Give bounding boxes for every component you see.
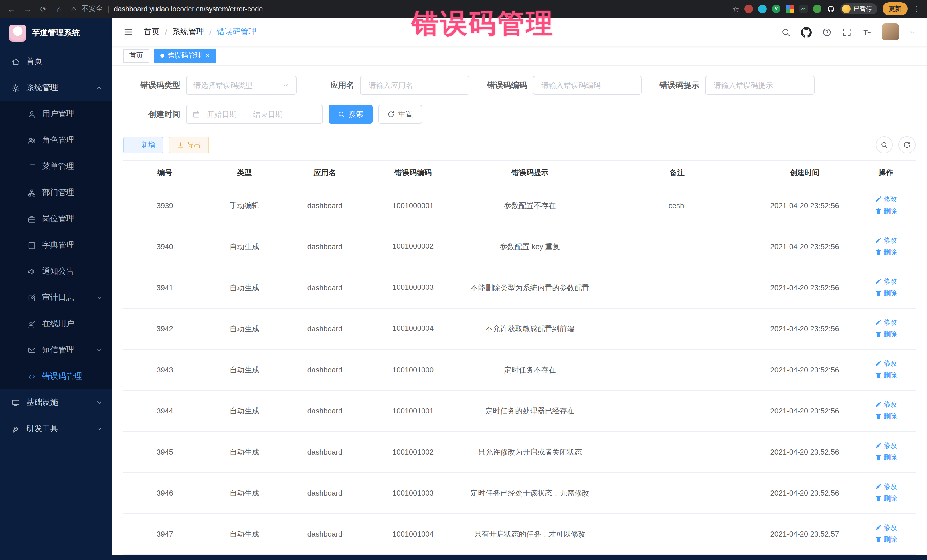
add-button[interactable]: 新增	[123, 137, 163, 153]
address-bar[interactable]: ⚠ 不安全 | dashboard.yudao.iocoder.cn/syste…	[71, 4, 263, 14]
extension-icon-5[interactable]: on	[799, 5, 808, 13]
hamburger-icon[interactable]	[123, 27, 134, 37]
edit-row-button[interactable]: 修改	[875, 235, 897, 245]
delete-row-button[interactable]: 删除	[875, 288, 897, 298]
sidebar-item-4[interactable]: 菜单管理	[0, 153, 112, 180]
sidebar-item-3[interactable]: 角色管理	[0, 127, 112, 153]
refresh-icon	[388, 111, 395, 118]
delete-row-button[interactable]: 删除	[875, 452, 897, 462]
cell-remark	[601, 513, 753, 555]
extension-icon-1[interactable]	[745, 5, 753, 13]
font-size-icon[interactable]	[862, 27, 872, 37]
edit-row-button[interactable]: 修改	[875, 522, 897, 533]
edit-row-button[interactable]: 修改	[875, 399, 897, 410]
column-header: 创建时间	[753, 161, 856, 185]
extension-icon-3[interactable]: V	[772, 5, 780, 13]
reset-button[interactable]: 重置	[378, 105, 422, 124]
chevron-down-icon	[283, 82, 289, 89]
filter-row-2: 创建时间 开始日期 - 结束日期 搜索	[131, 105, 916, 124]
github-extension-icon[interactable]	[827, 5, 835, 13]
cell-remark	[601, 308, 753, 349]
sidebar-item-9[interactable]: 审计日志	[0, 285, 112, 311]
update-button[interactable]: 更新	[883, 2, 907, 15]
cell-remark	[601, 472, 753, 513]
table-body: 3939手动编辑dashboard1001000001参数配置不存在ceshi2…	[123, 185, 916, 560]
delete-row-button[interactable]: 删除	[875, 493, 897, 503]
edit-icon	[875, 401, 881, 408]
sidebar-item-14[interactable]: 研发工具	[0, 416, 112, 442]
bookmark-star-icon[interactable]: ☆	[732, 4, 739, 14]
cell-id: 3943	[123, 349, 207, 390]
app-name-input[interactable]	[368, 80, 462, 90]
edit-row-button[interactable]: 修改	[875, 317, 897, 327]
fullscreen-icon[interactable]	[842, 27, 852, 37]
breadcrumb-item[interactable]: 错误码管理	[217, 27, 257, 37]
range-separator: -	[243, 110, 246, 118]
error-hint-input[interactable]	[713, 80, 807, 90]
tab-0[interactable]: 首页	[123, 49, 149, 62]
browser-home-icon[interactable]: ⌂	[55, 4, 64, 14]
column-header: 类型	[207, 161, 283, 185]
tab-label: 错误码管理	[168, 51, 202, 61]
delete-row-button[interactable]: 删除	[875, 206, 897, 216]
app-logo[interactable]: 芋道管理系统	[0, 18, 112, 49]
delete-row-button[interactable]: 删除	[875, 411, 897, 421]
table-row: 3941自动生成dashboard1001000003不能删除类型为系统内置的参…	[123, 267, 916, 308]
sidebar-item-1[interactable]: 系统管理	[0, 75, 112, 101]
edit-row-button[interactable]: 修改	[875, 276, 897, 286]
extension-icon-4[interactable]	[786, 5, 794, 13]
forward-icon[interactable]: →	[23, 4, 32, 14]
search-icon[interactable]	[781, 27, 791, 37]
monitor-icon	[11, 398, 20, 407]
edit-row-button[interactable]: 修改	[875, 358, 897, 369]
edit-row-button[interactable]: 修改	[875, 194, 897, 204]
delete-row-button[interactable]: 删除	[875, 534, 897, 544]
browser-menu-kebab-icon[interactable]: ⋮	[913, 5, 920, 13]
delete-row-button[interactable]: 删除	[875, 329, 897, 339]
delete-row-button[interactable]: 删除	[875, 370, 897, 380]
chevron-down-icon	[96, 294, 103, 301]
sidebar-item-2[interactable]: 用户管理	[0, 101, 112, 127]
chevron-down-icon[interactable]	[909, 29, 916, 35]
sidebar-item-7[interactable]: 字典管理	[0, 232, 112, 258]
sidebar-item-10[interactable]: 在线用户	[0, 311, 112, 337]
breadcrumb-item[interactable]: 首页	[144, 27, 160, 37]
date-range-picker[interactable]: 开始日期 - 结束日期	[186, 105, 323, 124]
edit-row-button[interactable]: 修改	[875, 440, 897, 451]
delete-row-button[interactable]: 删除	[875, 247, 897, 257]
refresh-table-button[interactable]	[898, 136, 916, 153]
search-button[interactable]: 搜索	[328, 105, 372, 124]
sidebar-item-11[interactable]: 短信管理	[0, 337, 112, 363]
add-button-label: 新增	[141, 140, 155, 150]
user-avatar[interactable]	[882, 23, 899, 41]
sidebar-item-8[interactable]: 通知公告	[0, 258, 112, 285]
page-content: 错误码类型 请选择错误码类型 应用名	[112, 65, 927, 560]
extension-icon-6[interactable]	[813, 5, 821, 13]
sidebar-item-13[interactable]: 基础设施	[0, 390, 112, 416]
error-code-input[interactable]	[540, 80, 634, 90]
edit-row-button[interactable]: 修改	[875, 481, 897, 492]
toggle-search-button[interactable]	[876, 136, 893, 153]
back-icon[interactable]: ←	[7, 4, 16, 14]
github-icon[interactable]	[801, 27, 812, 37]
tab-1[interactable]: 错误码管理×	[154, 49, 216, 62]
close-tab-icon[interactable]: ×	[205, 52, 210, 59]
column-header: 编号	[123, 161, 207, 185]
breadcrumb-item[interactable]: 系统管理	[172, 27, 204, 37]
help-icon[interactable]	[822, 27, 832, 37]
sidebar-item-0[interactable]: 首页	[0, 49, 112, 75]
sidebar-item-label: 用户管理	[42, 109, 74, 119]
table-row: 3944自动生成dashboard1001001001定时任务的处理器已经存在2…	[123, 390, 916, 431]
reset-button-label: 重置	[398, 109, 413, 120]
sidebar-item-label: 短信管理	[42, 345, 74, 355]
sidebar-item-5[interactable]: 部门管理	[0, 180, 112, 206]
error-type-select[interactable]: 请选择错误码类型	[186, 76, 296, 95]
reload-icon[interactable]: ⟳	[39, 4, 48, 14]
sidebar-item-12[interactable]: 错误码管理	[0, 363, 112, 390]
extension-icon-2[interactable]	[758, 5, 767, 13]
profile-paused-button[interactable]: 已暂停	[840, 3, 877, 14]
sidebar-item-6[interactable]: 岗位管理	[0, 206, 112, 232]
export-button[interactable]: 导出	[169, 137, 209, 153]
top-navbar: 首页/系统管理/错误码管理	[112, 18, 927, 46]
cell-remark	[601, 431, 753, 472]
